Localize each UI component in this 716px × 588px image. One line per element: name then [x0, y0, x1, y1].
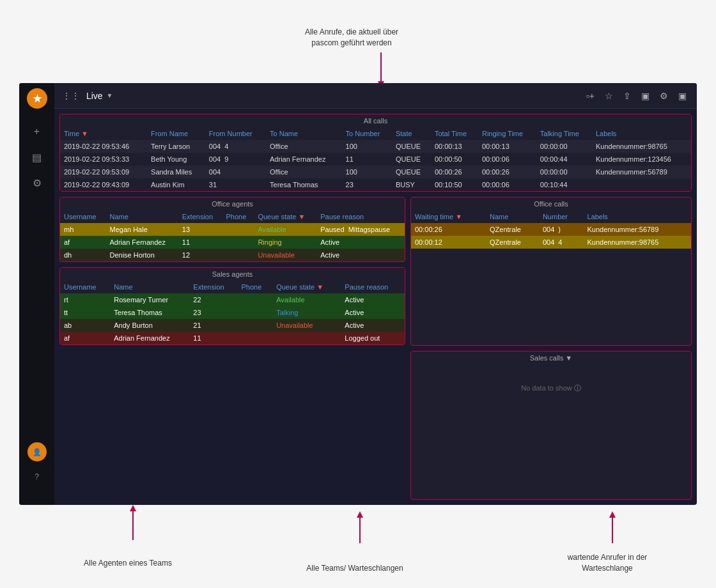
monitor-icon[interactable]: ▣ — [676, 88, 689, 104]
cell-pause-reason: Active — [316, 249, 405, 261]
sidebar-grid-icon[interactable]: ▤ — [27, 147, 47, 167]
table-row: 2019-02-22 09:53:33 Beth Young 004 9 Adr… — [60, 153, 691, 166]
cell-pause-reason: Active — [341, 319, 405, 332]
cell-time: 2019-02-22 09:53:09 — [60, 166, 147, 178]
topbar: ⋮⋮ Live ▼ ▫+ ☆ ⇪ ▣ ⚙ ▣ — [54, 83, 697, 109]
table-row: af Adrian Fernandez 11 Ringing Active — [60, 236, 405, 249]
office-agents-title: Office agents — [60, 197, 405, 210]
bottom-mid-arrow — [354, 511, 366, 543]
cell-name: Adrian Fernandez — [105, 236, 178, 249]
col-name[interactable]: Name — [110, 281, 189, 293]
col-pause-reason[interactable]: Pause reason — [341, 281, 405, 293]
cell-pause-reason: Active — [316, 236, 405, 249]
cell-total: 00:00:26 — [431, 166, 478, 178]
office-calls-table: Waiting time ▼ Name Number Labels 00:00:… — [411, 210, 691, 249]
app-logo[interactable]: ★ — [27, 88, 47, 109]
sidebar-settings-icon[interactable]: ⚙ — [27, 173, 47, 193]
cell-labels: Kundennummer:56789 — [583, 223, 691, 236]
col-phone[interactable]: Phone — [238, 281, 273, 293]
table-row: 2019-02-22 09:53:09 Sandra Miles 004 Off… — [60, 166, 691, 178]
sales-calls-title-text: Sales calls ▼ — [530, 354, 573, 362]
cell-to-name: Adrian Fernandez — [266, 153, 342, 166]
bottom-left-annotation: Alle Agenten eines Teams — [77, 558, 179, 569]
all-calls-title: All calls — [60, 114, 691, 127]
cell-ringing: 00:00:06 — [478, 153, 536, 166]
col-from-name[interactable]: From Name — [147, 127, 205, 140]
col-from-number[interactable]: From Number — [205, 127, 266, 140]
sales-calls-title: Sales calls ▼ — [411, 352, 691, 364]
cell-extension: 13 — [178, 223, 222, 236]
cell-waiting-time: 00:00:26 — [411, 223, 486, 236]
col-ringing-time[interactable]: Ringing Time — [478, 127, 536, 140]
cell-talking: 00:10:44 — [536, 178, 592, 191]
bottom-mid-annotation: Alle Teams/ Warteschlangen — [294, 563, 416, 574]
star-icon[interactable]: ☆ — [602, 88, 616, 104]
bottom-right: Office calls Waiting time ▼ Name Number … — [410, 197, 692, 500]
cell-queue-state: Talking — [272, 306, 341, 319]
user-avatar[interactable]: 👤 — [27, 442, 47, 461]
col-queue-state[interactable]: Queue state ▼ — [272, 281, 341, 293]
cell-phone — [238, 306, 273, 319]
cell-username: tt — [60, 306, 110, 319]
cell-to-number: 11 — [342, 153, 392, 166]
col-waiting-time[interactable]: Waiting time ▼ — [411, 210, 486, 223]
col-number[interactable]: Number — [539, 210, 584, 223]
cell-queue-state: Unavailable — [254, 249, 316, 261]
table-row: ab Andy Burton 21 Unavailable Active — [60, 319, 405, 332]
share-icon[interactable]: ⇪ — [621, 88, 634, 104]
col-pause-reason[interactable]: Pause reason — [316, 210, 405, 223]
topbar-chevron: ▼ — [107, 92, 113, 99]
col-labels[interactable]: Labels — [583, 210, 691, 223]
cell-labels: Kundennummer:98765 — [583, 236, 691, 249]
main-content: ⋮⋮ Live ▼ ▫+ ☆ ⇪ ▣ ⚙ ▣ All calls — [54, 83, 697, 505]
bottom-right-annotation: wartende Anrufer in derWarteschlange — [547, 552, 668, 574]
cell-phone — [238, 293, 273, 306]
col-labels[interactable]: Labels — [592, 127, 691, 140]
office-agents-panel: Office agents Username Name Extension Ph… — [59, 197, 405, 262]
col-queue-state[interactable]: Queue state ▼ — [254, 210, 316, 223]
col-phone[interactable]: Phone — [222, 210, 254, 223]
top-annotation-text: Alle Anrufe, die aktuell überpascom gefü… — [305, 27, 398, 47]
gear-icon[interactable]: ⚙ — [657, 88, 671, 104]
cell-state: BUSY — [392, 178, 431, 191]
cell-name: Megan Hale — [105, 223, 178, 236]
col-name[interactable]: Name — [486, 210, 539, 223]
col-state[interactable]: State — [392, 127, 431, 140]
cell-total: 00:00:50 — [431, 153, 478, 166]
help-icon[interactable]: ⓘ — [574, 384, 581, 392]
sidebar-add-icon[interactable]: + — [27, 121, 47, 142]
col-username[interactable]: Username — [60, 281, 110, 293]
cell-phone — [222, 249, 254, 261]
cell-to-name: Office — [266, 166, 342, 178]
cell-from-number: 004 4 — [205, 140, 266, 153]
col-total-time[interactable]: Total Time — [431, 127, 478, 140]
bar-chart-icon[interactable]: ▫+ — [584, 88, 597, 104]
cell-queue-state: Unavailable — [272, 319, 341, 332]
cell-pause-reason: Paused Mittagspause — [316, 223, 405, 236]
cell-from-name: Beth Young — [147, 153, 205, 166]
col-to-name[interactable]: To Name — [266, 127, 342, 140]
col-name[interactable]: Name — [105, 210, 178, 223]
cell-ringing: 00:00:06 — [478, 178, 536, 191]
cell-to-number: 100 — [342, 166, 392, 178]
col-extension[interactable]: Extension — [178, 210, 222, 223]
table-row: tt Teresa Thomas 23 Talking Active — [60, 306, 405, 319]
col-to-number[interactable]: To Number — [342, 127, 392, 140]
cell-talking: 00:00:00 — [536, 166, 592, 178]
bottom-left-arrow — [127, 505, 139, 540]
col-talking-time[interactable]: Talking Time — [536, 127, 592, 140]
cell-to-number: 23 — [342, 178, 392, 191]
cell-phone — [238, 332, 273, 344]
bottom-mid-text: Alle Teams/ Warteschlangen — [306, 564, 403, 573]
col-time[interactable]: Time ▼ — [60, 127, 147, 140]
cell-username: rt — [60, 293, 110, 306]
copy-icon[interactable]: ▣ — [639, 88, 652, 104]
table-row: 00:00:12 QZentrale 004 4 Kundennummer:98… — [411, 236, 691, 249]
cell-pause-reason: Active — [341, 293, 405, 306]
table-row: 2019-02-22 09:53:46 Terry Larson 004 4 O… — [60, 140, 691, 153]
col-extension[interactable]: Extension — [189, 281, 237, 293]
sidebar-help-icon[interactable]: ? — [27, 467, 47, 487]
cell-name: Rosemary Turner — [110, 293, 189, 306]
col-username[interactable]: Username — [60, 210, 105, 223]
cell-extension: 23 — [189, 306, 237, 319]
